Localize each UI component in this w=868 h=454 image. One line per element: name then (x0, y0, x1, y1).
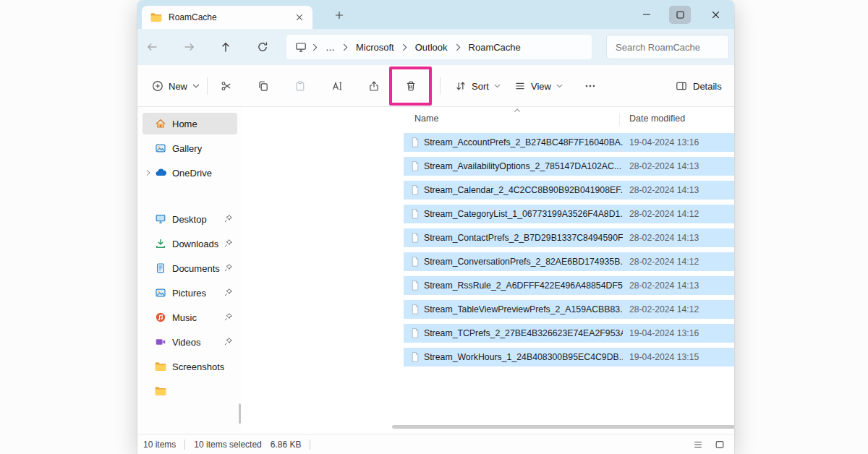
paste-button[interactable] (286, 72, 315, 100)
horizontal-scrollbar[interactable] (392, 425, 734, 429)
share-button[interactable] (359, 72, 388, 100)
sidebar-item-pictures[interactable]: Pictures (142, 282, 237, 304)
sidebar-item-home[interactable]: Home (142, 113, 237, 134)
file-icon (409, 280, 421, 291)
sidebar-group-gap (137, 187, 242, 208)
music-icon (154, 312, 167, 323)
pin-icon (224, 337, 233, 346)
file-name: Stream_TCPrefs_2_27BE4B326623E74EA2F953A… (424, 328, 623, 338)
close-icon (296, 14, 303, 21)
sort-button[interactable]: Sort (448, 73, 507, 99)
onedrive-icon (154, 167, 167, 179)
expand-chevron-icon[interactable] (142, 169, 154, 176)
sidebar-item-music[interactable]: Music (142, 307, 237, 328)
scissors-icon (221, 80, 232, 92)
chevron-down-icon (192, 84, 200, 88)
breadcrumb-collapsed[interactable]: … (320, 40, 340, 55)
breadcrumb-item-outlook[interactable]: Outlook (410, 40, 453, 55)
minimize-button[interactable] (630, 0, 663, 29)
new-button-label: New (169, 81, 187, 92)
minimize-icon (642, 10, 651, 19)
more-options-button[interactable] (577, 73, 603, 99)
sidebar-item-videos[interactable]: Videos (142, 331, 237, 353)
view-icon (514, 80, 526, 92)
chevron-right-icon (341, 43, 349, 51)
address-bar[interactable]: … Microsoft Outlook RoamCache (286, 35, 592, 59)
file-name: Stream_ConversationPrefs_2_82AE6BD174935… (424, 257, 623, 267)
navigation-pane: Home Gallery OneDrive Desktop (137, 107, 242, 434)
copy-button[interactable] (249, 72, 278, 100)
new-button[interactable]: New (145, 73, 207, 99)
videos-icon (154, 336, 167, 348)
file-date-modified: 28-02-2024 14:13 (629, 233, 699, 243)
rename-button[interactable] (323, 72, 352, 100)
details-view-button[interactable] (689, 437, 707, 452)
sidebar-item-gallery[interactable]: Gallery (142, 137, 237, 159)
new-tab-button[interactable] (331, 7, 347, 23)
file-row[interactable]: Stream_WorkHours_1_24B408300B95EC4C9DB..… (404, 348, 734, 367)
file-icon (409, 184, 421, 196)
file-icon (409, 327, 421, 339)
trash-icon (405, 80, 417, 92)
breadcrumb-item-roamcache[interactable]: RoamCache (464, 40, 526, 55)
sidebar-item-downloads[interactable]: Downloads (142, 233, 237, 254)
explorer-tab[interactable]: RoamCache (142, 6, 312, 29)
sidebar-item-documents[interactable]: Documents (142, 257, 237, 279)
file-name: Stream_AccountPrefs_2_B274BC48F7F16040BA… (424, 137, 623, 147)
rename-icon (331, 80, 343, 92)
toolbar-divider (440, 77, 441, 95)
sidebar-item-folder[interactable] (142, 380, 237, 402)
sidebar-item-label: Home (172, 119, 197, 129)
file-date-modified: 19-04-2024 13:16 (629, 137, 699, 147)
file-rows: Stream_AccountPrefs_2_B274BC48F7F16040BA… (391, 133, 734, 372)
pictures-icon (154, 287, 167, 299)
delete-button[interactable] (396, 72, 425, 100)
sidebar-item-label: Screenshots (172, 361, 224, 372)
file-name: Stream_ContactPrefs_2_B7D29B1337C8494590… (424, 233, 623, 243)
command-bar: New (137, 65, 734, 107)
item-count: 10 items (143, 440, 176, 450)
column-header-name[interactable]: Name (414, 113, 438, 124)
file-row[interactable]: Stream_TableViewPreviewPrefs_2_A159ACBB8… (404, 300, 734, 319)
file-row[interactable]: Stream_ConversationPrefs_2_82AE6BD174935… (404, 252, 734, 271)
file-row[interactable]: Stream_CategoryList_1_06773199A3526F4A8D… (404, 205, 734, 223)
sidebar-item-label: OneDrive (172, 168, 212, 179)
up-arrow-icon (220, 41, 231, 53)
breadcrumb-item-microsoft[interactable]: Microsoft (351, 40, 399, 55)
sort-ascending-caret-icon (514, 108, 521, 113)
close-window-button[interactable] (697, 0, 734, 29)
details-pane-button[interactable]: Details (670, 73, 728, 99)
search-input[interactable] (614, 41, 721, 53)
folder-icon (150, 12, 162, 22)
file-icon (409, 208, 421, 220)
sidebar-scrollbar[interactable] (239, 403, 241, 424)
sidebar-item-screenshots[interactable]: Screenshots (142, 356, 237, 377)
tab-close-button[interactable] (292, 10, 307, 25)
details-view-icon (693, 440, 703, 450)
documents-icon (154, 262, 167, 274)
refresh-button[interactable] (251, 35, 274, 59)
file-row[interactable]: Stream_ContactPrefs_2_B7D29B1337C8494590… (404, 228, 734, 247)
this-pc-icon (292, 42, 310, 53)
column-divider[interactable] (619, 113, 620, 126)
back-button[interactable] (140, 35, 163, 59)
maximize-button[interactable] (663, 0, 697, 29)
sidebar-item-onedrive[interactable]: OneDrive (142, 162, 237, 184)
file-row[interactable]: Stream_RssRule_2_A6DFFF422E496A48854DF5F… (404, 276, 734, 295)
file-row[interactable]: Stream_AccountPrefs_2_B274BC48F7F16040BA… (404, 133, 734, 152)
file-date-modified: 28-02-2024 14:13 (629, 161, 699, 171)
file-row[interactable]: Stream_Calendar_2_4C2CC8B90B92B041908EF.… (404, 181, 734, 200)
view-button[interactable]: View (508, 73, 569, 99)
file-name: Stream_RssRule_2_A6DFFF422E496A48854DF5F… (424, 280, 623, 291)
file-date-modified: 28-02-2024 14:13 (629, 280, 699, 291)
up-button[interactable] (214, 35, 237, 59)
file-row[interactable]: Stream_TCPrefs_2_27BE4B326623E74EA2F953A… (404, 324, 734, 343)
large-icons-view-button[interactable] (711, 437, 728, 452)
file-row[interactable]: Stream_AvailabilityOptions_2_785147DA102… (404, 157, 734, 176)
toolbar-divider (207, 77, 208, 95)
sidebar-item-label: Gallery (172, 143, 202, 154)
forward-button[interactable] (177, 35, 200, 59)
sidebar-item-desktop[interactable]: Desktop (142, 208, 237, 230)
cut-button[interactable] (212, 72, 241, 100)
column-header-date-modified[interactable]: Date modified (629, 113, 685, 124)
